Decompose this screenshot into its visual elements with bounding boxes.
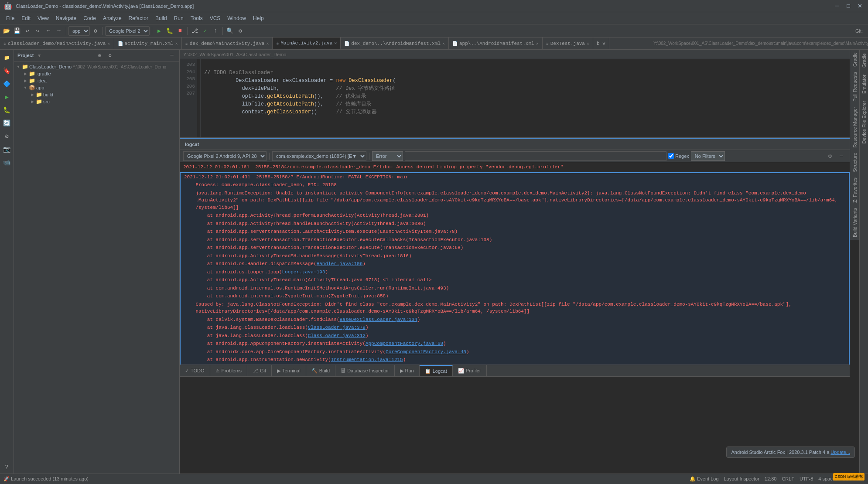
encoding-indicator[interactable]: UTF-8 [800, 476, 813, 482]
tab-dextest[interactable]: ☕ DexTest.java ✕ [543, 37, 593, 49]
tab-close-icon[interactable]: ✕ [536, 41, 539, 46]
filter-select[interactable]: No Filters [691, 151, 725, 161]
tree-item-gradle[interactable]: ▶ 📁 .gradle [14, 70, 179, 77]
toolbar-back-btn[interactable]: ← [44, 26, 53, 36]
tab-database-inspector[interactable]: 🗄 Database Inspector [335, 365, 394, 376]
logcat-settings-icon[interactable]: ⚙ [825, 151, 835, 161]
tab-dex-mainactivity[interactable]: ☕ dex_demo\MainActivity.java ✕ [182, 37, 273, 49]
regex-checkbox[interactable] [668, 153, 674, 159]
tab-close-icon[interactable]: ✕ [442, 41, 445, 46]
right-panel-structure[interactable]: Structure [851, 150, 859, 175]
line-endings-indicator[interactable]: CRLF [782, 476, 794, 482]
toolbar-settings-btn[interactable]: ⚙ [236, 26, 245, 36]
tab-app-manifest[interactable]: 📄 app\..\AndroidManifest.xml ✕ [449, 37, 543, 49]
tree-item-app[interactable]: ▼ 📦 app [14, 84, 179, 91]
tab-todo[interactable]: ✓ TODO [180, 365, 210, 376]
sidebar-debug-icon[interactable]: 🐛 [1, 104, 13, 116]
sidebar-project-icon[interactable]: 📁 [1, 51, 13, 64]
project-settings-icon[interactable]: ⚙ [96, 51, 103, 59]
menu-view[interactable]: View [35, 14, 51, 22]
tab-close-icon[interactable]: ✕ [107, 41, 110, 46]
project-close-icon[interactable]: — [168, 51, 176, 59]
device-dropdown[interactable]: Google Pixel 2 [105, 26, 150, 36]
layout-inspector-btn[interactable]: Layout Inspector [724, 476, 759, 482]
tab-b[interactable]: b v [593, 37, 609, 49]
tab-close-icon[interactable]: ✕ [175, 41, 178, 46]
toolbar-forward-btn[interactable]: → [54, 26, 64, 36]
package-select[interactable]: com.example.dex_demo (18854) [E▼ [272, 151, 366, 161]
sidebar-bookmark-icon[interactable]: 🔖 [1, 65, 13, 77]
event-log-btn[interactable]: 🔔 Event Log [690, 476, 719, 482]
sidebar-help-icon[interactable]: ? [1, 461, 13, 474]
right-panel-gradle[interactable]: Gradle [851, 50, 859, 69]
right-panel-resource-manager[interactable]: Resource Manager [851, 104, 859, 150]
app-config-dropdown[interactable]: app [68, 26, 90, 36]
menu-tools[interactable]: Tools [188, 14, 205, 22]
toolbar-save-btn[interactable]: 💾 [12, 26, 22, 36]
device-select[interactable]: Google Pixel 2 Android 9, API 28 [183, 151, 267, 161]
tab-classloader-mainactivity[interactable]: ☕ classloader_demo/MainActivity.java ✕ [0, 37, 114, 49]
tree-item-src[interactable]: ▶ 📁 src [14, 98, 179, 105]
menu-code[interactable]: Code [81, 14, 99, 22]
level-select[interactable]: Error Verbose Debug Info Warning [372, 151, 403, 161]
sidebar-sync-icon[interactable]: 🔄 [1, 117, 13, 129]
tab-mainactivity2[interactable]: ☕ MainActivity2.java ✕ [273, 37, 341, 49]
menu-vcs[interactable]: VCS [207, 14, 223, 22]
toolbar-redo-btn[interactable]: ↪ [33, 26, 43, 36]
toolbar-stop-btn[interactable]: ■ [175, 26, 185, 36]
toolbar-open-btn[interactable]: 📂 [2, 26, 11, 36]
tab-close-icon[interactable]: ✕ [334, 41, 337, 46]
tab-logcat[interactable]: 📋 Logcat [420, 365, 453, 376]
sidebar-video-icon[interactable]: 📹 [1, 156, 13, 168]
right-panel-build-variants[interactable]: Build Variants [851, 205, 859, 240]
sidebar-run-icon[interactable]: ▶ [1, 91, 13, 103]
menu-run[interactable]: Run [171, 14, 186, 22]
device-file-explorer-label[interactable]: Device File Explorer [860, 97, 868, 147]
toolbar-push-btn[interactable]: ↑ [211, 26, 220, 36]
tree-item-idea[interactable]: ▶ 📁 .idea [14, 77, 179, 84]
project-gear-icon[interactable]: ⚙ [106, 51, 114, 59]
menu-refactor[interactable]: Refactor [126, 14, 151, 22]
menu-file[interactable]: File [3, 14, 17, 22]
tab-git[interactable]: ⎇ Git [247, 365, 272, 376]
menu-edit[interactable]: Edit [19, 14, 33, 22]
gradle-label[interactable]: Gradle [860, 50, 868, 71]
project-panel-dropdown[interactable]: ▼ [37, 53, 41, 58]
tab-problems[interactable]: ⚠ Problems [210, 365, 247, 376]
menu-build[interactable]: Build [153, 14, 170, 22]
menu-analyze[interactable]: Analyze [100, 14, 124, 22]
right-panel-favorites[interactable]: Z: Favorites [851, 175, 859, 205]
menu-window[interactable]: Window [225, 14, 249, 22]
sidebar-structure-icon[interactable]: 🔷 [1, 78, 13, 90]
tab-dex-manifest[interactable]: 📄 dex_demo\..\AndroidManifest.xml ✕ [341, 37, 449, 49]
toolbar-config-btn[interactable]: ⚙ [91, 26, 100, 36]
tab-build[interactable]: 🔨 Build [306, 365, 335, 376]
sidebar-settings-icon[interactable]: ⚙ [1, 130, 13, 142]
close-button[interactable]: ✕ [855, 1, 865, 11]
tab-close-icon[interactable]: ✕ [266, 41, 269, 46]
menu-help[interactable]: Help [250, 14, 267, 22]
maximize-button[interactable]: □ [844, 1, 853, 11]
logcat-search-input[interactable] [405, 151, 666, 161]
tab-terminal[interactable]: ▶ Terminal [272, 365, 306, 376]
toolbar-undo-btn[interactable]: ↩ [23, 26, 32, 36]
toolbar-git-btn[interactable]: ⎇ [190, 26, 199, 36]
toolbar-debug-btn[interactable]: 🐛 [165, 26, 174, 36]
update-link[interactable]: Update... [830, 450, 850, 455]
menu-navigate[interactable]: Navigate [53, 14, 79, 22]
right-panel-pull-requests[interactable]: Pull Requests [851, 69, 859, 104]
toolbar-run-btn[interactable]: ▶ [154, 26, 164, 36]
tree-item-build[interactable]: ▶ 📁 build [14, 91, 179, 98]
tree-item-root[interactable]: ▼ 📁 ClassLoader_Demo Y:\002_WorkSpace\00… [14, 63, 179, 70]
sidebar-camera-icon[interactable]: 📷 [1, 143, 13, 155]
logcat-content[interactable]: 2021-12-12 01:02:01.161 25158-25184/com.… [180, 162, 850, 365]
minimize-button[interactable]: ─ [832, 1, 842, 11]
toolbar-check-btn[interactable]: ✓ [200, 26, 210, 36]
tab-profiler[interactable]: 📈 Profiler [453, 365, 487, 376]
emulator-label[interactable]: Emulator [860, 71, 868, 97]
tab-run[interactable]: ▶ Run [395, 365, 420, 376]
code-content[interactable]: // TODO DexClassLoader DexClassLoader de… [201, 59, 850, 137]
toolbar-search-btn[interactable]: 🔍 [225, 26, 235, 36]
tab-activity-main-xml[interactable]: 📄 activity_main.xml ✕ [114, 37, 182, 49]
tab-close-icon[interactable]: ✕ [587, 41, 589, 46]
